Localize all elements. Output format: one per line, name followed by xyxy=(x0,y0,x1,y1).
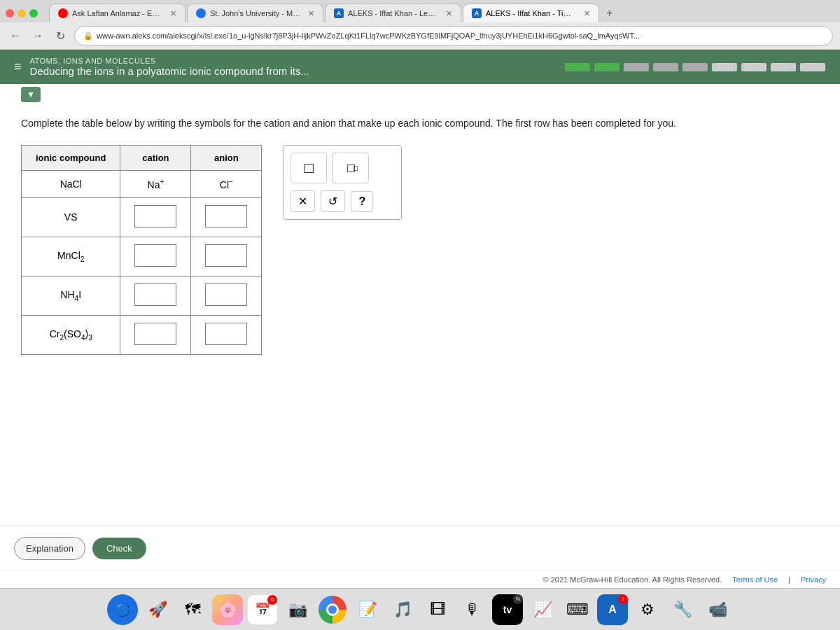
expand-button[interactable]: ▼ xyxy=(21,87,41,102)
cation-vs[interactable] xyxy=(120,197,191,237)
help-button[interactable]: ? xyxy=(351,191,373,212)
dock-photos2[interactable]: 🎞 xyxy=(422,594,453,625)
anion-mncl2[interactable] xyxy=(191,237,262,276)
input-panel: □ □ □ ✕ ↺ ? xyxy=(283,145,402,220)
cation-nh4i[interactable] xyxy=(120,276,191,315)
progress-segment-1 xyxy=(565,63,590,71)
tab-4[interactable]: A ALEKS - Iffat Khan - Timed Qui ✕ xyxy=(463,4,599,22)
cation-cr2so4[interactable] xyxy=(120,315,191,354)
tab-2-close[interactable]: ✕ xyxy=(308,9,314,18)
tab-1-close[interactable]: ✕ xyxy=(170,9,176,18)
chrome-icon xyxy=(318,596,346,624)
cr2so4-cation-input[interactable] xyxy=(134,323,176,345)
privacy-link[interactable]: Privacy xyxy=(801,575,826,584)
appletv-icon: tv xyxy=(503,604,512,615)
music-icon: 🎵 xyxy=(393,601,412,619)
vs-cation-input[interactable] xyxy=(134,205,176,227)
page-content: ≡ ATOMS, IONS AND MOLECULES Deducing the… xyxy=(0,50,840,588)
stocks-icon: 📈 xyxy=(533,601,552,619)
compound-vs: VS xyxy=(22,197,120,237)
tab-3-label: ALEKS - Iffat Khan - Learn xyxy=(348,9,439,18)
progress-bar-container xyxy=(564,63,826,71)
dock-launchpad[interactable]: 🚀 xyxy=(142,594,173,625)
check-button[interactable]: Check xyxy=(92,538,146,559)
x-button[interactable]: ✕ xyxy=(290,190,315,212)
gear-icon: ⚙ xyxy=(640,601,654,619)
dock-dev[interactable]: 🔧 xyxy=(667,594,698,625)
dock-notes[interactable]: 📝 xyxy=(352,594,383,625)
header-bar: ≡ ATOMS, IONS AND MOLECULES Deducing the… xyxy=(0,50,840,84)
dock-facetime[interactable]: 📷 xyxy=(282,594,313,625)
tab-3[interactable]: A ALEKS - Iffat Khan - Learn ✕ xyxy=(325,4,461,22)
tab-1[interactable]: Ask Laftan Anlamaz - Episode ✕ xyxy=(49,4,186,22)
progress-segment-2 xyxy=(594,63,620,71)
new-tab-button[interactable]: + xyxy=(601,4,618,22)
stjohns-icon xyxy=(196,8,206,18)
photos2-icon: 🎞 xyxy=(430,601,445,619)
dock-photos[interactable]: 🌸 xyxy=(212,594,243,625)
bottom-bar: Explanation Check xyxy=(0,526,840,570)
youtube-icon xyxy=(58,8,68,18)
refresh-button[interactable]: ↻ xyxy=(52,27,69,44)
dock-gear[interactable]: ⚙ xyxy=(632,594,663,625)
dock-chrome[interactable] xyxy=(317,594,348,625)
settings-icon: ⌨ xyxy=(566,601,589,619)
tab-2-label: St. John's University - My App xyxy=(210,9,301,18)
terms-link[interactable]: Terms of Use xyxy=(732,575,778,584)
copyright-text: © 2021 McGraw-Hill Education. All Rights… xyxy=(543,575,722,584)
podcast-icon: 🎙 xyxy=(465,601,480,619)
progress-segment-4 xyxy=(653,63,678,71)
minimize-button[interactable] xyxy=(18,9,26,18)
dock-settings[interactable]: ⌨ xyxy=(562,594,593,625)
photos-icon: 🌸 xyxy=(219,601,237,618)
fullscreen-button[interactable] xyxy=(29,9,38,18)
vs-anion-input[interactable] xyxy=(205,205,247,227)
nh4i-anion-input[interactable] xyxy=(205,284,247,306)
dock-appletv[interactable]: tv N xyxy=(492,594,523,625)
col-header-anion: anion xyxy=(191,146,262,171)
close-button[interactable] xyxy=(6,9,14,18)
nacl-anion-value: Cl− xyxy=(220,179,233,190)
anion-vs[interactable] xyxy=(191,197,262,237)
dock: 🔵 🚀 🗺 🌸 📅 6 📷 📝 🎵 🎞 🎙 tv N 📈 ⌨ xyxy=(0,588,840,630)
dock-podcast[interactable]: 🎙 xyxy=(457,594,488,625)
tab-3-close[interactable]: ✕ xyxy=(446,9,452,18)
large-square-btn[interactable]: □ xyxy=(290,153,327,183)
tab-4-label: ALEKS - Iffat Khan - Timed Qui xyxy=(486,9,577,18)
dev-icon: 🔧 xyxy=(673,601,692,619)
dock-stocks[interactable]: 📈 xyxy=(527,594,558,625)
notes-icon: 📝 xyxy=(358,601,377,619)
forward-button[interactable]: → xyxy=(29,27,46,44)
dock-music[interactable]: 🎵 xyxy=(387,594,418,625)
compound-cr2so4: Cr2(SO4)3 xyxy=(22,315,120,354)
progress-segment-3 xyxy=(624,63,649,71)
col-header-cation: cation xyxy=(120,146,191,171)
maps-icon: 🗺 xyxy=(185,601,200,619)
tab-4-close[interactable]: ✕ xyxy=(584,9,590,18)
url-bar[interactable]: 🔒 www-awn.aleks.com/alekscgi/x/lsl.exe/1… xyxy=(74,26,833,46)
small-square-btn[interactable]: □ □ xyxy=(332,153,369,183)
back-button[interactable]: ← xyxy=(7,27,24,44)
mncl2-cation-input[interactable] xyxy=(134,244,176,267)
dock-calendar[interactable]: 📅 6 xyxy=(247,594,278,625)
undo-button[interactable]: ↺ xyxy=(321,190,345,212)
header-text-block: ATOMS, IONS AND MOLECULES Deducing the i… xyxy=(30,57,309,77)
finder-icon: 🔵 xyxy=(115,602,130,617)
dock-maps[interactable]: 🗺 xyxy=(177,594,208,625)
anion-nh4i[interactable] xyxy=(191,276,262,315)
url-text: www-awn.aleks.com/alekscgi/x/lsl.exe/1o_… xyxy=(97,31,640,40)
cation-mncl2[interactable] xyxy=(120,237,191,276)
explanation-button[interactable]: Explanation xyxy=(14,537,85,560)
menu-icon[interactable]: ≡ xyxy=(14,59,22,74)
table-row-cr2so4: Cr2(SO4)3 xyxy=(22,315,262,354)
mncl2-anion-input[interactable] xyxy=(205,244,247,267)
dock-aleks[interactable]: A 1 xyxy=(597,594,628,625)
anion-cr2so4[interactable] xyxy=(191,315,262,354)
cr2so4-anion-input[interactable] xyxy=(205,323,247,345)
compound-table: ionic compound cation anion NaCl Na+ Cl− xyxy=(21,145,262,355)
dock-facetime2[interactable]: 📹 xyxy=(702,594,733,625)
tab-2[interactable]: St. John's University - My App ✕ xyxy=(187,4,323,22)
table-row-mncl2: MnCl2 xyxy=(22,237,262,276)
dock-finder[interactable]: 🔵 xyxy=(107,594,138,625)
nh4i-cation-input[interactable] xyxy=(134,284,176,306)
